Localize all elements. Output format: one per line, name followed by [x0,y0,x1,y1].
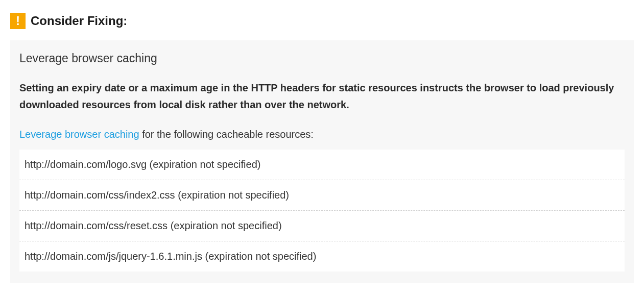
rule-intro-tail: for the following cacheable resources: [139,129,314,140]
list-item: http://domain.com/logo.svg (expiration n… [19,150,625,180]
list-item: http://domain.com/css/index2.css (expira… [19,180,625,211]
section-title: Consider Fixing: [31,14,127,28]
list-item: http://domain.com/js/jquery-1.6.1.min.js… [19,241,625,272]
rule-title: Leverage browser caching [19,52,625,65]
leverage-caching-link[interactable]: Leverage browser caching [19,129,139,140]
section-header: ! Consider Fixing: [10,13,634,29]
rule-description: Setting an expiry date or a maximum age … [19,80,625,113]
rule-panel: Leverage browser caching Setting an expi… [10,40,634,283]
warning-icon: ! [10,13,26,29]
list-item: http://domain.com/css/reset.css (expirat… [19,211,625,241]
rule-intro: Leverage browser caching for the followi… [19,129,625,140]
resource-list: http://domain.com/logo.svg (expiration n… [19,150,625,272]
